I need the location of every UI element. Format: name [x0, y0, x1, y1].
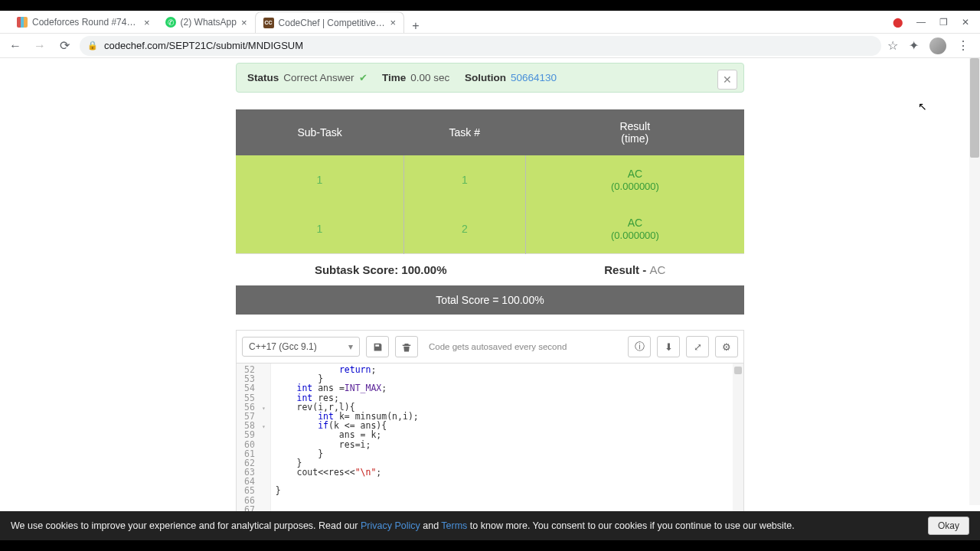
code-editor[interactable]: 52 53 54 55 56 ▾57 58 ▾59 60 61 62 63 64… — [237, 364, 743, 532]
tab-title: Codeforces Round #742 (Div. 2) — [32, 17, 139, 28]
line-gutter: 52 53 54 55 56 ▾57 58 ▾59 60 61 62 63 64… — [237, 364, 271, 532]
check-icon: ✔ — [359, 72, 368, 83]
solution-link[interactable]: 50664130 — [511, 72, 557, 83]
time-value: 0.00 sec — [410, 72, 449, 83]
language-select[interactable]: C++17 (Gcc 9.1) — [242, 337, 360, 357]
privacy-link[interactable]: Privacy Policy — [361, 520, 420, 531]
cookie-okay-button[interactable]: Okay — [928, 517, 969, 535]
status-value: Correct Answer — [283, 72, 354, 83]
delete-button[interactable] — [395, 336, 418, 357]
extensions-icon[interactable]: ✦ — [909, 38, 919, 53]
browser-toolbar: ← → ⟳ 🔒 codechef.com/SEPT21C/submit/MNDI… — [0, 34, 980, 58]
editor-scrollbar[interactable] — [733, 364, 743, 532]
close-icon[interactable]: × — [144, 17, 150, 28]
total-score: Total Score = 100.00% — [236, 285, 744, 315]
reload-button[interactable]: ⟳ — [55, 37, 74, 55]
editor-toolbar: C++17 (Gcc 9.1) Code gets autosaved ever… — [237, 331, 743, 364]
submission-status-banner: Status Correct Answer ✔ Time 0.00 sec So… — [236, 63, 744, 93]
minimize-button[interactable]: — — [916, 17, 926, 28]
tab-whatsapp[interactable]: ✆ (2) WhatsApp × — [158, 11, 255, 33]
autosave-hint: Code gets autosaved every second — [429, 342, 567, 351]
solution-label: Solution — [465, 72, 506, 83]
download-button[interactable]: ⬇ — [657, 336, 680, 357]
code-editor-panel: C++17 (Gcc 9.1) Code gets autosaved ever… — [236, 330, 744, 533]
settings-button[interactable]: ⚙ — [715, 336, 738, 357]
close-icon[interactable]: × — [390, 17, 397, 28]
col-result: Result(time) — [525, 109, 744, 155]
info-button[interactable]: ⓘ — [628, 336, 651, 357]
terms-link[interactable]: Terms — [441, 520, 467, 531]
col-subtask: Sub-Task — [236, 109, 403, 155]
tab-codeforces[interactable]: Codeforces Round #742 (Div. 2) × — [9, 11, 158, 33]
bookmark-icon[interactable]: ☆ — [887, 38, 898, 53]
result-summary: Result - AC — [525, 254, 744, 286]
back-button[interactable]: ← — [6, 37, 24, 55]
new-tab-button[interactable]: + — [404, 19, 426, 33]
browser-titlebar: Codeforces Round #742 (Div. 2) × ✆ (2) W… — [0, 11, 980, 34]
col-task: Task # — [403, 109, 525, 155]
status-label: Status — [247, 72, 279, 83]
tab-title: (2) WhatsApp — [181, 17, 237, 28]
letterbox-top — [0, 0, 980, 11]
table-row: 12AC(0.000000) — [236, 204, 744, 254]
fullscreen-button[interactable]: ⤢ — [686, 336, 709, 357]
tab-codechef[interactable]: CC CodeChef | Competitive Program × — [255, 11, 405, 33]
menu-icon[interactable]: ⋮ — [957, 38, 969, 53]
close-button[interactable]: ✕ — [962, 17, 969, 28]
code-area[interactable]: return; } int ans =INT_MAX; int res; rev… — [271, 364, 498, 532]
favicon-codechef: CC — [263, 18, 274, 28]
url-text: codechef.com/SEPT21C/submit/MNDIGSUM — [104, 40, 303, 51]
subtask-score: Subtask Score: 100.00% — [236, 254, 525, 286]
page-content: Status Correct Answer ✔ Time 0.00 sec So… — [0, 58, 980, 540]
browser-tabs: Codeforces Round #742 (Div. 2) × ✆ (2) W… — [0, 11, 882, 33]
cookie-text: We use cookies to improve your experienc… — [11, 520, 795, 531]
address-bar[interactable]: 🔒 codechef.com/SEPT21C/submit/MNDIGSUM — [80, 36, 881, 56]
letterbox-bottom — [0, 540, 980, 551]
time-label: Time — [382, 72, 406, 83]
page-scrollbar[interactable] — [969, 58, 980, 505]
profile-avatar[interactable] — [929, 37, 946, 54]
close-banner-button[interactable]: ✕ — [717, 70, 737, 90]
maximize-button[interactable]: ❐ — [939, 17, 948, 28]
table-row: 11AC(0.000000) — [236, 155, 744, 204]
lock-icon: 🔒 — [87, 41, 98, 51]
close-icon[interactable]: × — [241, 17, 247, 28]
tab-title: CodeChef | Competitive Program — [279, 18, 386, 28]
record-icon[interactable]: ⬤ — [893, 17, 903, 28]
forward-button[interactable]: → — [31, 37, 49, 55]
save-button[interactable] — [366, 336, 389, 357]
favicon-whatsapp: ✆ — [165, 17, 176, 28]
window-controls: ⬤ — ❐ ✕ — [882, 17, 980, 28]
favicon-codeforces — [17, 17, 28, 28]
results-table: Sub-Task Task # Result(time) 11AC(0.0000… — [236, 109, 744, 315]
cookie-banner: We use cookies to improve your experienc… — [0, 511, 980, 540]
